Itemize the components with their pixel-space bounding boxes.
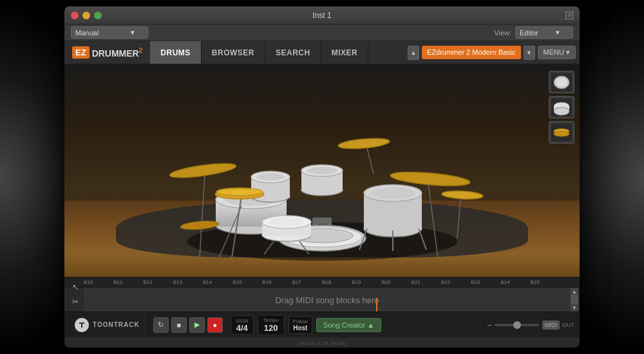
window-title: Inst 1 — [312, 11, 331, 20]
tab-search[interactable]: SEARCH — [265, 41, 321, 64]
ruler-mark-4: B14 — [203, 279, 232, 285]
tempo-label: Tempo — [263, 317, 279, 323]
title-bar: Inst 1 ⊞ — [64, 6, 580, 24]
follow-value: Host — [293, 324, 307, 331]
seq-scroll-thumb[interactable] — [571, 295, 578, 304]
ruler-mark-7: B17 — [292, 279, 322, 285]
svg-point-56 — [554, 131, 569, 136]
svg-point-46 — [180, 219, 220, 230]
ruler-mark-1: B11 — [113, 279, 143, 285]
ruler-mark-3: B13 — [173, 279, 203, 285]
midi-badge: MIDI — [542, 321, 560, 330]
ruler-mark-10: B20 — [382, 279, 412, 285]
svg-point-24 — [370, 187, 415, 199]
play-button[interactable]: ▶ — [189, 317, 205, 333]
close-button[interactable] — [71, 12, 79, 19]
sequencer-area: ↖ ✂ B10 B11 B12 B13 B14 B15 B16 B17 B18 … — [64, 277, 580, 312]
ruler-mark-12: B22 — [441, 279, 471, 285]
drum-kit-svg — [135, 71, 509, 270]
panel-icon-hihat[interactable] — [549, 121, 574, 144]
preset-area: ▲ EZdrummer 2 Modern Basic ▼ MENU ▾ — [404, 41, 580, 64]
view-dropdown-arrow: ▾ — [556, 28, 560, 37]
svg-point-39 — [169, 161, 236, 180]
follow-display[interactable]: Follow Host — [289, 316, 312, 334]
ruler-mark-11: B21 — [412, 279, 441, 285]
svg-point-45 — [442, 190, 484, 200]
seq-select-tool[interactable]: ↖ — [70, 282, 81, 292]
volume-slider[interactable] — [495, 324, 540, 326]
transport-bar: TOONTRACK ↻ ■ ▶ ● Sign 4/4 Tempo 120 Fol… — [64, 312, 580, 337]
transport-buttons: ↻ ■ ▶ ● — [149, 317, 227, 333]
toontrack-circle — [75, 318, 89, 332]
preset-dropdown[interactable]: Manual ▾ — [71, 26, 148, 39]
ruler-mark-13: B23 — [471, 279, 500, 285]
svg-point-49 — [556, 78, 567, 87]
svg-line-44 — [457, 200, 460, 238]
record-button[interactable]: ● — [207, 317, 223, 333]
tempo-display[interactable]: Tempo 120 — [258, 315, 285, 335]
svg-point-37 — [216, 188, 263, 196]
toontrack-logo: TOONTRACK — [70, 312, 146, 337]
vol-minus-icon: − — [487, 320, 492, 330]
ez-logo: EZ DRUMMER2 — [64, 41, 150, 64]
nav-bar: EZ DRUMMER2 DRUMS BROWSER SEARCH MIXER ▲… — [64, 41, 580, 64]
out-badge: OUT — [562, 322, 574, 328]
drum-kit-container — [64, 64, 580, 277]
ruler-mark-2: B12 — [144, 279, 173, 285]
ruler-mark-8: B18 — [322, 279, 352, 285]
right-panel — [549, 71, 574, 144]
follow-label: Follow — [293, 319, 308, 324]
drag-midi-text: Drag MIDI song blocks here — [275, 295, 379, 305]
menu-bar: Manual ▾ View: Editor ▾ — [64, 24, 580, 41]
dropdown-arrow: ▾ — [131, 28, 135, 37]
version-text: Version 2.1.8 (64-bit) — [298, 340, 346, 346]
app-window: Inst 1 ⊞ Manual ▾ View: Editor ▾ EZ DRUM… — [64, 6, 580, 348]
svg-point-20 — [307, 167, 337, 174]
sign-value: 4/4 — [236, 324, 248, 332]
tempo-value: 120 — [264, 323, 278, 333]
seq-scrollbar: ▲ ▼ — [571, 288, 578, 312]
stop-button[interactable]: ■ — [171, 317, 187, 333]
seq-scroll-down[interactable]: ▼ — [571, 304, 578, 312]
ruler-mark-5: B15 — [232, 279, 262, 285]
view-dropdown[interactable]: Editor ▾ — [515, 26, 573, 39]
ruler-mark-0: B10 — [84, 279, 113, 285]
seq-content[interactable]: Drag MIDI song blocks here — [84, 288, 571, 312]
svg-point-43 — [338, 137, 390, 151]
minimize-button[interactable] — [82, 12, 90, 19]
ruler-mark-14: B24 — [501, 279, 531, 285]
menu-button[interactable]: MENU ▾ — [538, 46, 576, 59]
ruler-mark-9: B19 — [352, 279, 381, 285]
tab-mixer[interactable]: MIXER — [321, 41, 369, 64]
resize-icon[interactable]: ⊞ — [565, 12, 573, 19]
seq-ruler-marks: B10 B11 B12 B13 B14 B15 B16 B17 B18 B19 … — [84, 279, 560, 285]
tab-browser[interactable]: BROWSER — [202, 41, 265, 64]
seq-tools: ↖ ✂ — [67, 277, 84, 312]
seq-ruler: B10 B11 B12 B13 B14 B15 B16 B17 B18 B19 … — [64, 277, 580, 288]
seq-cut-tool[interactable]: ✂ — [70, 297, 81, 307]
ruler-mark-15: B25 — [531, 279, 560, 285]
loop-button[interactable]: ↻ — [153, 317, 169, 333]
view-label: View: — [494, 29, 511, 37]
svg-point-16 — [256, 173, 285, 181]
volume-area: − MIDI OUT — [487, 320, 574, 330]
panel-icon-snare[interactable] — [549, 96, 574, 118]
maximize-button[interactable] — [94, 12, 102, 19]
song-creator-button[interactable]: Song Creator ▲ — [316, 318, 381, 332]
toontrack-text: TOONTRACK — [93, 321, 140, 328]
preset-prev-button[interactable]: ▲ — [408, 46, 419, 60]
preset-name: EZdrummer 2 Modern Basic — [422, 46, 521, 59]
svg-point-53 — [554, 107, 569, 115]
drummer-text: DRUMMER2 — [92, 47, 143, 59]
sign-display: Sign 4/4 — [231, 315, 254, 335]
window-controls — [71, 12, 102, 19]
playhead — [376, 298, 377, 312]
preset-next-button[interactable]: ▼ — [524, 46, 535, 60]
drum-area — [64, 64, 580, 277]
tab-drums[interactable]: DRUMS — [150, 41, 202, 64]
volume-slider-thumb[interactable] — [513, 321, 521, 329]
svg-point-31 — [269, 218, 305, 227]
panel-icon-kick[interactable] — [549, 71, 574, 93]
ruler-mark-6: B16 — [263, 279, 292, 285]
seq-scroll-track[interactable] — [571, 295, 578, 304]
